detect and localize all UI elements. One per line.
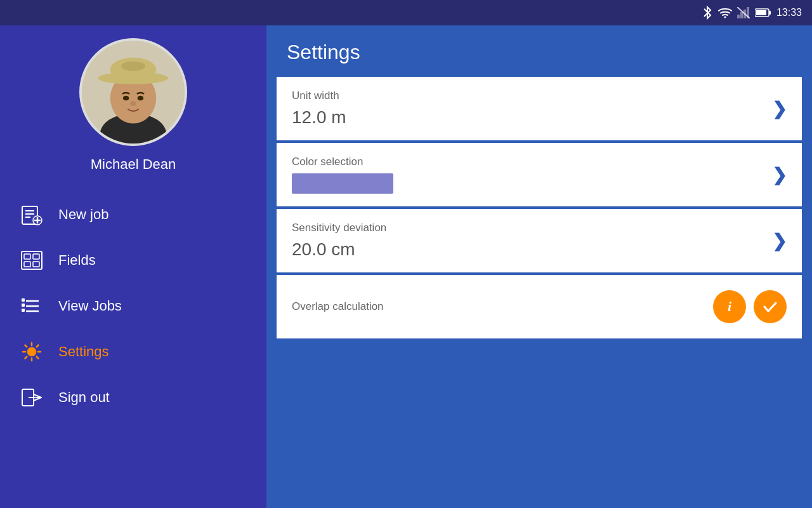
nav-menu: New job Fields (0, 192, 266, 420)
user-name: Michael Dean (91, 156, 176, 173)
signal-icon (737, 7, 750, 18)
svg-point-16 (123, 96, 129, 101)
svg-point-37 (28, 348, 36, 356)
sensitivity-deviation-value: 20.0 cm (292, 239, 386, 260)
sidebar-item-new-job-label: New job (58, 206, 108, 223)
overlap-calculation-label: Overlap calculation (292, 300, 384, 313)
content-area: Settings Unit width 12.0 m ❯ Color selec… (266, 25, 812, 508)
sidebar-item-settings-label: Settings (58, 344, 109, 360)
svg-rect-30 (33, 262, 39, 267)
sidebar-item-fields-label: Fields (58, 252, 96, 269)
view-jobs-icon (20, 295, 43, 318)
wifi-icon (718, 7, 732, 18)
svg-point-15 (121, 61, 145, 70)
sidebar-item-view-jobs-label: View Jobs (58, 298, 122, 314)
settings-item-color-content: Color selection (292, 156, 393, 194)
settings-item-sensitivity-content: Sensitivity deviation 20.0 cm (292, 222, 386, 260)
settings-item-unit-width[interactable]: Unit width 12.0 m ❯ (277, 77, 802, 140)
color-swatch (292, 173, 393, 194)
svg-rect-8 (769, 11, 771, 15)
battery-icon (755, 8, 771, 18)
overlap-actions: i (713, 290, 787, 323)
settings-item-unit-width-content: Unit width 12.0 m (292, 90, 346, 128)
settings-item-color-selection[interactable]: Color selection ❯ (277, 143, 802, 206)
avatar (79, 38, 187, 146)
svg-point-18 (130, 101, 136, 106)
color-selection-label: Color selection (292, 156, 393, 168)
svg-rect-7 (756, 10, 766, 15)
overlap-info-button[interactable]: i (713, 290, 746, 323)
unit-width-value: 12.0 m (292, 107, 346, 128)
sidebar-item-sign-out-label: Sign out (58, 389, 110, 406)
svg-rect-36 (22, 309, 25, 312)
status-bar: 13:33 (0, 0, 812, 25)
unit-width-label: Unit width (292, 90, 346, 102)
svg-rect-1 (737, 15, 740, 18)
unit-width-chevron: ❯ (772, 98, 787, 119)
status-icons: 13:33 (702, 6, 802, 20)
svg-rect-28 (33, 254, 39, 259)
color-selection-chevron: ❯ (772, 164, 787, 185)
main-layout: Michael Dean New job (0, 25, 812, 508)
settings-icon (20, 340, 43, 363)
svg-rect-2 (740, 12, 743, 18)
sidebar: Michael Dean New job (0, 25, 266, 508)
svg-point-17 (138, 96, 144, 101)
new-job-icon (20, 203, 43, 226)
sidebar-item-fields[interactable]: Fields (0, 237, 266, 283)
sensitivity-deviation-label: Sensitivity deviation (292, 222, 386, 234)
sign-out-icon (20, 386, 43, 409)
sidebar-item-view-jobs[interactable]: View Jobs (0, 283, 266, 329)
svg-rect-27 (24, 254, 30, 259)
settings-list: Unit width 12.0 m ❯ Color selection ❯ Se… (266, 77, 812, 508)
sidebar-item-sign-out[interactable]: Sign out (0, 375, 266, 420)
sidebar-item-new-job[interactable]: New job (0, 192, 266, 237)
settings-item-overlap-calculation[interactable]: Overlap calculation i (277, 275, 802, 338)
svg-rect-29 (24, 262, 30, 267)
settings-item-sensitivity-deviation[interactable]: Sensitivity deviation 20.0 cm ❯ (277, 209, 802, 272)
content-header: Settings (266, 25, 812, 77)
svg-rect-35 (22, 304, 25, 307)
page-title: Settings (287, 41, 792, 64)
bluetooth-icon (702, 6, 713, 20)
svg-point-0 (724, 17, 726, 18)
checkmark-icon (761, 298, 779, 316)
status-time: 13:33 (776, 7, 802, 18)
svg-rect-34 (22, 298, 25, 302)
sensitivity-deviation-chevron: ❯ (772, 231, 787, 251)
sidebar-item-settings[interactable]: Settings (0, 329, 266, 375)
info-icon: i (728, 298, 731, 315)
overlap-check-button[interactable] (754, 290, 787, 323)
fields-icon (20, 249, 43, 272)
